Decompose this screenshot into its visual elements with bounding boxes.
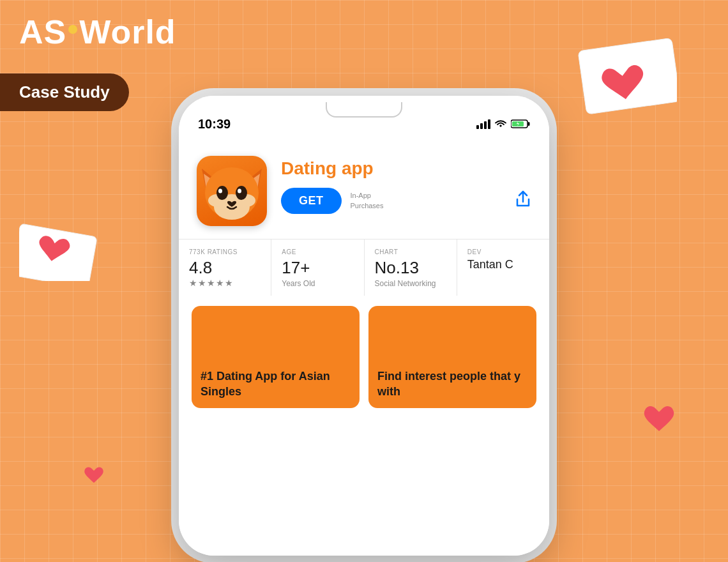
case-study-label: Case Study — [19, 82, 110, 102]
logo-text: ASWorld — [19, 13, 176, 51]
stat-chart-label: CHART — [375, 248, 446, 255]
stat-dev-value: Tantan C — [467, 258, 539, 272]
heart-bottom-right — [642, 402, 677, 434]
screenshots: #1 Dating App for Asian Singles Find int… — [179, 296, 549, 418]
stat-chart: CHART No.13 Social Networking — [365, 239, 457, 296]
stat-ratings-label: 773K RATINGS — [189, 248, 261, 255]
stats-bar: 773K RATINGS 4.8 ★★★★★ AGE 17+ Years Old… — [179, 239, 549, 296]
phone-notch — [326, 102, 402, 118]
screenshot-card-2: Find interest people that y with — [368, 306, 536, 408]
svg-point-14 — [216, 186, 228, 200]
phone-content: Dating app GET In-App Purchases — [179, 140, 549, 556]
screenshot-text-2: Find interest people that y with — [377, 369, 527, 399]
in-app-purchases-text: In-App Purchases — [351, 191, 384, 211]
phone-time: 10:39 — [198, 117, 231, 132]
share-icon[interactable] — [515, 190, 531, 212]
stat-ratings: 773K RATINGS 4.8 ★★★★★ — [179, 239, 271, 296]
svg-rect-4 — [480, 123, 483, 129]
stat-dev-label: DEV — [467, 248, 539, 255]
heart-bottom-left — [83, 465, 105, 485]
header: ASWorld — [0, 0, 728, 64]
app-header: Dating app GET In-App Purchases — [179, 140, 549, 239]
screenshot-text-1: #1 Dating App for Asian Singles — [201, 369, 351, 399]
envelope-left — [19, 217, 102, 281]
svg-point-16 — [218, 189, 222, 194]
stat-chart-sub: Social Networking — [375, 279, 446, 288]
svg-rect-3 — [476, 125, 479, 129]
stat-age-value: 17+ — [282, 258, 353, 278]
phone-frame: 10:39 — [179, 96, 549, 556]
svg-point-17 — [238, 189, 241, 194]
app-actions: GET In-App Purchases — [281, 188, 531, 214]
wifi-icon — [494, 119, 507, 129]
app-name: Dating app — [281, 158, 531, 179]
svg-rect-5 — [484, 121, 487, 129]
screenshot-card-1: #1 Dating App for Asian Singles — [192, 306, 360, 408]
phone-wrapper: 10:39 — [179, 96, 549, 556]
app-icon — [197, 156, 267, 226]
stat-chart-value: No.13 — [375, 258, 446, 278]
stat-age-label: AGE — [282, 248, 353, 255]
case-study-badge: Case Study — [0, 73, 129, 111]
stat-ratings-stars: ★★★★★ — [189, 278, 261, 288]
stat-age: AGE 17+ Years Old — [271, 239, 364, 296]
get-button[interactable]: GET — [281, 188, 342, 214]
phone-top-bar: 10:39 — [179, 96, 549, 140]
battery-icon — [511, 119, 530, 129]
svg-rect-8 — [528, 122, 530, 126]
svg-point-15 — [236, 186, 247, 200]
svg-rect-6 — [488, 119, 490, 129]
signal-icon — [476, 119, 490, 129]
logo-dot — [68, 25, 77, 34]
logo: ASWorld — [19, 13, 709, 51]
stat-dev: DEV Tantan C — [457, 239, 549, 296]
phone-status-icons — [476, 119, 530, 129]
app-info: Dating app GET In-App Purchases — [281, 156, 531, 214]
stat-age-sub: Years Old — [282, 279, 353, 288]
stat-ratings-value: 4.8 — [189, 258, 261, 278]
